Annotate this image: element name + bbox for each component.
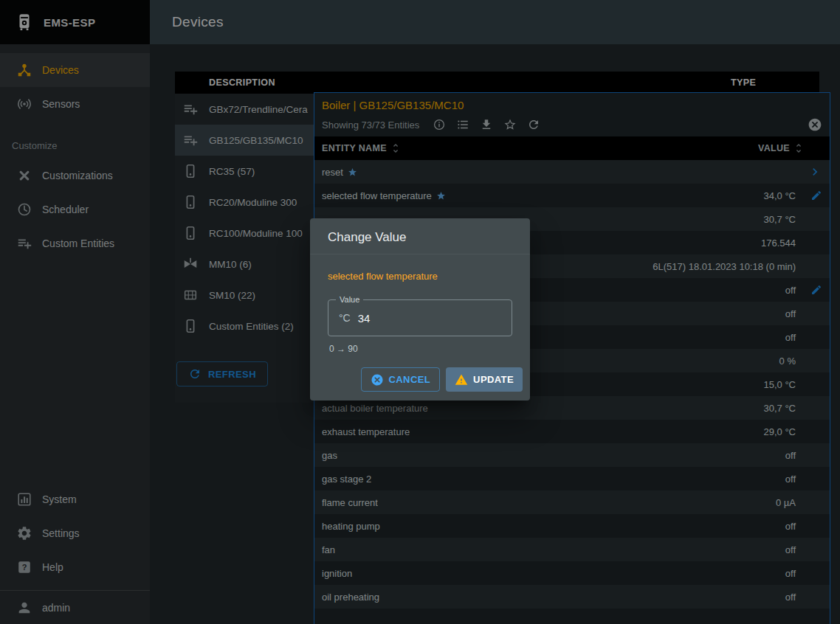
update-button[interactable]: UPDATE	[446, 367, 523, 392]
dialog-title: Change Value	[310, 218, 530, 254]
cancel-circle-icon	[371, 373, 384, 386]
value-input[interactable]	[358, 312, 454, 325]
value-range-helper: 0 → 90	[329, 344, 512, 354]
ems-esp-app: Devices EMS-ESP Devices Sensors Customiz…	[0, 0, 840, 624]
update-button-label: UPDATE	[473, 374, 514, 385]
cancel-button-label: CANCEL	[389, 374, 431, 385]
dialog-actions: CANCEL UPDATE	[310, 354, 530, 401]
cancel-button[interactable]: CANCEL	[361, 367, 441, 392]
unit-adornment: °C	[339, 312, 351, 324]
change-value-dialog: Change Value selected flow temperature V…	[310, 218, 530, 401]
value-field-label: Value	[336, 295, 363, 304]
value-field[interactable]: Value °C	[328, 299, 512, 336]
warning-icon	[455, 373, 468, 386]
dialog-entity-label: selected flow temperature	[328, 271, 512, 282]
dialog-body: selected flow temperature Value °C 0 → 9…	[310, 254, 530, 354]
